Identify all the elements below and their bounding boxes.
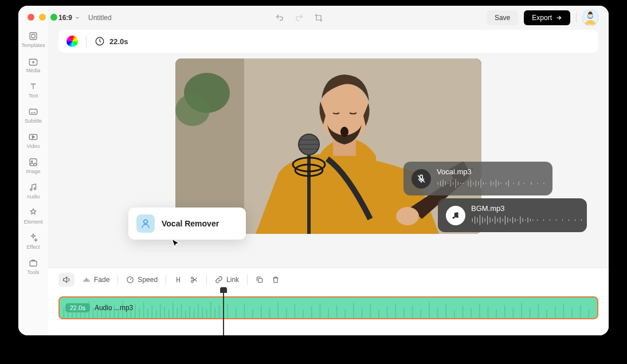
sidebar-label: Element [23, 219, 42, 225]
redo-icon[interactable] [295, 13, 304, 22]
sidebar-label: Video [27, 143, 40, 149]
audio-icon [28, 182, 38, 193]
bgm-chip[interactable]: BGM.mp3 [438, 198, 587, 232]
separator [166, 275, 166, 285]
svg-point-26 [396, 207, 419, 225]
timeline[interactable]: 22.0s Audio ...mp3 [48, 291, 609, 335]
speed-label: Speed [138, 276, 158, 284]
speed-icon [126, 276, 134, 284]
link-button[interactable]: Link [215, 276, 239, 284]
svg-point-16 [175, 94, 210, 126]
sidebar-label: Effect [27, 244, 40, 250]
sidebar-image[interactable]: Image [18, 154, 48, 178]
copy-button[interactable] [256, 276, 264, 284]
video-icon [28, 132, 38, 142]
templates-icon [28, 31, 38, 41]
sidebar-subtitle[interactable]: Subtitle [18, 103, 48, 127]
copy-icon [256, 276, 264, 284]
fade-button[interactable]: Fade [83, 276, 109, 284]
media-icon [28, 56, 38, 66]
audio-track[interactable]: 22.0s Audio ...mp3 [58, 296, 598, 319]
cut-button[interactable] [190, 276, 198, 284]
svg-rect-4 [30, 159, 37, 166]
minimize-window[interactable] [39, 14, 46, 21]
user-avatar[interactable] [582, 10, 598, 26]
waveform-icon [471, 214, 585, 226]
sidebar-label: Subtitle [25, 118, 42, 124]
fade-label: Fade [94, 276, 109, 284]
vocal-remover-popup[interactable]: Vocal Remover [128, 208, 246, 240]
effect-icon [28, 233, 38, 243]
history-tools [275, 13, 323, 22]
app-window: Templates Media Text Subtitle Video Imag… [18, 6, 609, 335]
top-bar: 16:9 Untitled Save Export [48, 6, 609, 30]
sidebar-label: Text [29, 93, 38, 99]
sidebar-effect[interactable]: Effect [18, 229, 48, 253]
sidebar-templates[interactable]: Templates [18, 28, 48, 52]
divider [576, 13, 577, 23]
mic-muted-icon [412, 169, 431, 189]
arrow-right-icon [555, 14, 562, 21]
separator [206, 275, 207, 285]
timeline-toolbar: Fade Speed Link [48, 268, 609, 291]
svg-rect-104 [258, 278, 262, 282]
separator [247, 275, 248, 285]
divider [86, 36, 87, 46]
sidebar-video[interactable]: Video [18, 128, 48, 152]
svg-rect-8 [30, 261, 37, 266]
save-button[interactable]: Save [487, 10, 518, 25]
duration-value: 22.0s [109, 37, 128, 46]
export-button[interactable]: Export [524, 10, 570, 25]
info-bar: 22.0s [58, 30, 598, 53]
svg-point-19 [340, 127, 348, 137]
subtitle-icon [28, 107, 38, 117]
project-title[interactable]: Untitled [88, 14, 112, 22]
delete-button[interactable] [272, 276, 280, 284]
sidebar-text[interactable]: Text [18, 78, 48, 102]
sidebar-audio[interactable]: Audio [18, 179, 48, 203]
scissors-icon [190, 276, 198, 284]
aspect-ratio-value: 16:9 [58, 14, 72, 22]
svg-point-61 [452, 216, 454, 218]
color-picker[interactable] [66, 36, 78, 47]
svg-rect-2 [29, 109, 37, 115]
svg-point-62 [456, 216, 459, 218]
svg-point-103 [191, 280, 194, 283]
vocal-chip-label: Vocal.mp3 [437, 167, 550, 176]
element-icon [28, 208, 38, 218]
link-icon [215, 276, 223, 284]
tools-icon [28, 258, 38, 268]
crop-icon[interactable] [314, 13, 323, 22]
popup-label: Vocal Remover [162, 219, 219, 228]
sidebar-element[interactable]: Element [18, 204, 48, 228]
speed-button[interactable]: Speed [126, 276, 158, 284]
cursor-icon [170, 237, 182, 250]
aspect-ratio-selector[interactable]: 16:9 [58, 14, 80, 22]
sidebar-label: Templates [21, 42, 45, 48]
main-area: 16:9 Untitled Save Export [48, 6, 609, 335]
svg-rect-0 [30, 33, 37, 40]
sidebar-label: Media [26, 68, 41, 73]
canvas-area: Vocal Remover Vocal.mp3 [48, 58, 609, 268]
volume-button[interactable] [58, 273, 75, 287]
person-icon [136, 214, 155, 233]
text-icon [28, 81, 38, 92]
split-button[interactable] [174, 276, 182, 284]
svg-point-5 [32, 161, 33, 162]
playhead[interactable] [223, 288, 224, 335]
vocal-chip[interactable]: Vocal.mp3 [403, 162, 552, 195]
svg-point-6 [30, 189, 32, 190]
chevron-down-icon [75, 15, 80, 21]
sidebar-tools[interactable]: Tools [18, 255, 48, 279]
track-waveform [60, 298, 597, 319]
fade-icon [83, 276, 91, 284]
window-controls [28, 14, 57, 21]
sidebar-media[interactable]: Media [18, 53, 48, 77]
undo-icon[interactable] [275, 13, 284, 22]
maximize-window[interactable] [50, 14, 57, 21]
close-window[interactable] [28, 14, 34, 21]
music-note-icon [446, 206, 465, 225]
split-icon [174, 276, 182, 284]
svg-rect-20 [307, 150, 311, 234]
export-label: Export [532, 14, 552, 22]
